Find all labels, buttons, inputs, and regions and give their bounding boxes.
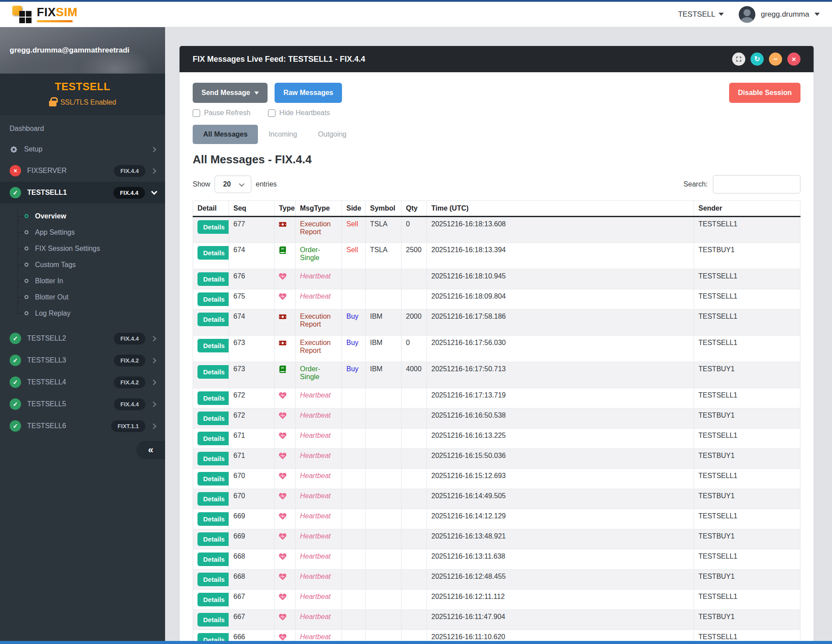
type-cell: [275, 630, 296, 641]
fix-version-badge: FIX.4.4: [113, 187, 145, 199]
entries-select[interactable]: 20: [215, 176, 251, 193]
table-row: Details666Heartbeat20251216-16:11:10.620…: [193, 630, 800, 641]
chevron-right-icon: [151, 401, 156, 407]
details-button[interactable]: Details: [197, 553, 229, 566]
disable-session-button[interactable]: Disable Session: [729, 83, 800, 103]
time-cell: 20251216-16:14:12.129: [427, 509, 694, 529]
refresh-panel-button[interactable]: ↻: [751, 53, 764, 66]
dashboard-label: Dashboard: [10, 125, 44, 133]
detail-cell: Details: [193, 570, 229, 590]
tab-outgoing[interactable]: Outgoing: [307, 125, 357, 144]
details-button[interactable]: Details: [197, 412, 229, 425]
details-button[interactable]: Details: [197, 246, 229, 260]
raw-messages-button[interactable]: Raw Messages: [275, 83, 342, 103]
expand-panel-button[interactable]: [732, 53, 745, 66]
sidebar-session-fixserver[interactable]: ×FIXSERVERFIX.4.4: [0, 160, 165, 182]
close-panel-button[interactable]: ×: [787, 53, 800, 66]
detail-cell: Details: [193, 630, 229, 641]
pause-refresh-checkbox[interactable]: [193, 109, 200, 117]
side-label: Buy: [346, 365, 359, 373]
pause-refresh-option[interactable]: Pause Refresh: [193, 109, 250, 117]
seq-cell: 667: [229, 610, 275, 630]
details-button[interactable]: Details: [197, 220, 229, 234]
status-ok-icon: ✓: [10, 377, 21, 388]
tab-incoming[interactable]: Incoming: [258, 125, 307, 144]
submenu-item-blotter-out[interactable]: Blotter Out: [0, 289, 165, 305]
user-menu[interactable]: gregg.drumma: [739, 6, 820, 23]
details-button[interactable]: Details: [197, 593, 229, 606]
details-button[interactable]: Details: [197, 432, 229, 445]
ssl-status: SSL/TLS Enabled: [4, 98, 161, 106]
time-cell: 20251216-16:18:13.394: [427, 243, 694, 269]
side-cell: [342, 269, 366, 289]
refresh-icon: ↻: [754, 56, 760, 63]
details-button[interactable]: Details: [197, 272, 229, 286]
sidebar-session-testsell3[interactable]: ✓TESTSELL3FIX.4.2: [0, 349, 165, 371]
details-button[interactable]: Details: [197, 573, 229, 586]
session-dropdown[interactable]: TESTSELL: [678, 10, 724, 19]
details-button[interactable]: Details: [197, 472, 229, 486]
search-area: Search:: [684, 175, 800, 194]
session-name: TESTSELL1: [27, 189, 107, 197]
column-header-symbol: Symbol: [366, 201, 402, 217]
type-cell: [275, 469, 296, 489]
detail-cell: Details: [193, 610, 229, 630]
details-button[interactable]: Details: [197, 313, 229, 326]
seq-cell: 666: [229, 630, 275, 641]
gear-icon: [10, 145, 18, 154]
sidebar-collapse-button[interactable]: «: [136, 441, 165, 459]
sidebar-session-testsell6[interactable]: ✓TESTSELL6FIXT.1.1: [0, 415, 165, 437]
seq-cell: 671: [229, 449, 275, 469]
session-name: TESTSELL4: [27, 378, 108, 386]
hide-heartbeats-checkbox[interactable]: [268, 109, 275, 117]
brand-underline: [37, 20, 73, 22]
details-button[interactable]: Details: [197, 339, 229, 352]
minimize-panel-button[interactable]: −: [769, 53, 782, 66]
table-row: Details673Order-SingleBuyIBM400020251216…: [193, 362, 800, 388]
submenu-item-overview[interactable]: Overview: [0, 208, 165, 224]
seq-cell: 670: [229, 489, 275, 509]
qty-cell: [402, 570, 427, 590]
column-header-detail: Detail: [193, 201, 229, 217]
hide-heartbeats-option[interactable]: Hide Heartbeats: [268, 109, 330, 117]
search-input[interactable]: [713, 175, 800, 194]
table-row: Details677Execution ReportSellTSLA020251…: [193, 217, 800, 243]
fixsim-logo[interactable]: FIXSIM: [12, 5, 78, 24]
submenu-item-custom-tags[interactable]: Custom Tags: [0, 257, 165, 273]
chevron-down-icon: [151, 189, 157, 195]
msgtype-label: Heartbeat: [300, 532, 331, 540]
sidebar-session-testsell4[interactable]: ✓TESTSELL4FIX.4.2: [0, 371, 165, 393]
sidebar-session-testsell2[interactable]: ✓TESTSELL2FIX.4.4: [0, 327, 165, 349]
detail-cell: Details: [193, 408, 229, 429]
details-button[interactable]: Details: [197, 613, 229, 626]
sender-cell: TESTSELL1: [694, 269, 800, 289]
table-row: Details674Order-SingleSellTSLA2500202512…: [193, 243, 800, 269]
details-button[interactable]: Details: [197, 452, 229, 465]
sidebar-session-testsell1[interactable]: ✓TESTSELL1FIX.4.4: [0, 182, 165, 204]
submenu-item-log-replay[interactable]: Log Replay: [0, 305, 165, 321]
details-button[interactable]: Details: [197, 391, 229, 405]
submenu-item-app-settings[interactable]: App Settings: [0, 224, 165, 240]
brand-sim: SIM: [56, 6, 78, 19]
table-header-row: DetailSeqTypeMsgTypeSideSymbolQtyTime (U…: [193, 201, 800, 217]
bottom-accent-bar: [0, 641, 832, 644]
details-button[interactable]: Details: [197, 512, 229, 526]
sidebar-session-testsell5[interactable]: ✓TESTSELL5FIX.4.4: [0, 393, 165, 415]
search-label: Search:: [684, 180, 708, 188]
details-button[interactable]: Details: [197, 365, 229, 379]
send-message-button[interactable]: Send Message: [193, 83, 268, 103]
sidebar-item-dashboard[interactable]: Dashboard: [0, 119, 165, 139]
sidebar-item-setup[interactable]: Setup: [0, 139, 165, 160]
table-row: Details671Heartbeat20251216-16:15:50.036…: [193, 449, 800, 469]
msgtype-cell: Heartbeat: [296, 388, 342, 408]
submenu-item-fix-session-settings[interactable]: FIX Session Settings: [0, 240, 165, 257]
submenu-item-blotter-in[interactable]: Blotter In: [0, 273, 165, 289]
msgtype-label: Heartbeat: [300, 412, 331, 419]
details-button[interactable]: Details: [197, 532, 229, 546]
details-button[interactable]: Details: [197, 492, 229, 506]
tab-all-messages[interactable]: All Messages: [193, 125, 258, 144]
details-button[interactable]: Details: [197, 292, 229, 306]
details-button[interactable]: Details: [197, 633, 229, 641]
main-content: FIX Messages Live Feed: TESTSELL1 - FIX.…: [165, 27, 832, 641]
symbol-cell: [366, 269, 402, 289]
